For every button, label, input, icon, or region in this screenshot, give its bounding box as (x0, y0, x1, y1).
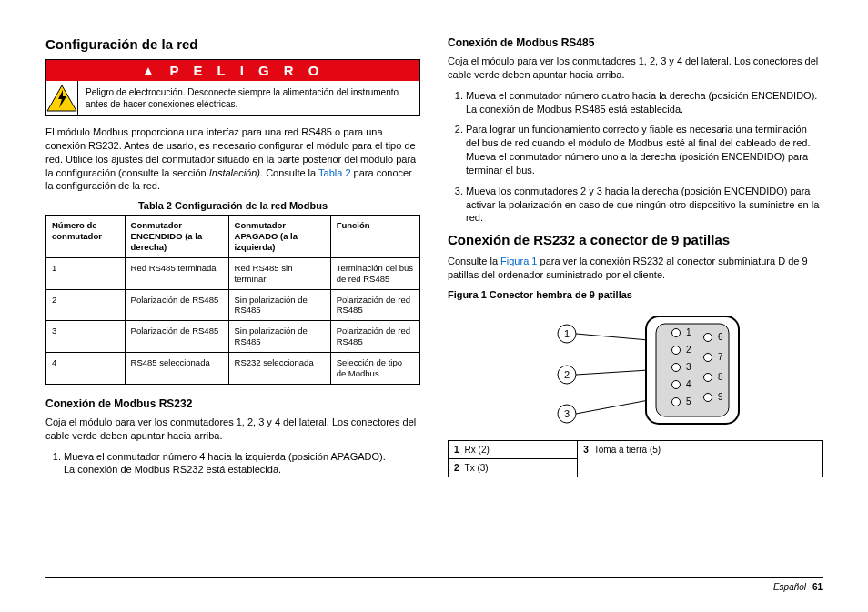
svg-text:3: 3 (564, 408, 570, 419)
intro-paragraph: El módulo Modbus proporciona una interfa… (45, 125, 420, 193)
list-item: Para lograr un funcionamiento correcto y… (466, 123, 823, 176)
electrocution-hazard-icon (46, 81, 78, 115)
nine-pin-paragraph: Consulte la Figura 1 para ver la conexió… (448, 255, 823, 282)
pin-row: 3Toma a tierra (5) (578, 440, 823, 477)
rs232-steps: Mueva el conmutador número 4 hacia la iz… (45, 450, 420, 477)
th-switch-number: Número de conmutador (46, 216, 126, 258)
connector-figure: 1 2 3 6 7 8 9 1 2 3 (448, 311, 823, 429)
svg-line-8 (576, 370, 649, 375)
table-row: 2Polarización de RS485Sin polarización d… (46, 289, 420, 321)
th-off: Conmutador APAGADO (a la izquierda) (228, 216, 330, 258)
danger-title: P E L I G R O (170, 63, 325, 78)
table-caption: Tabla 2 Configuración de la red Modbus (45, 200, 420, 211)
figure-caption: Figura 1 Conector hembra de 9 patillas (448, 289, 823, 300)
svg-text:8: 8 (718, 372, 723, 382)
svg-line-9 (576, 400, 649, 414)
svg-text:9: 9 (718, 392, 723, 402)
rs485-paragraph: Coja el módulo para ver los conmutadores… (448, 55, 823, 82)
danger-header: ▲ P E L I G R O (46, 60, 419, 81)
section-heading: Configuración de la red (45, 36, 420, 52)
svg-point-22 (672, 346, 681, 354)
table-row: 4RS485 seleccionadaRS232 seleccionadaSel… (46, 353, 420, 385)
footer-page-number: 61 (812, 582, 823, 592)
pin-table: 1Rx (2) 3Toma a tierra (5) 2Tx (3) (448, 440, 823, 477)
danger-text: Peligro de electrocución. Desconecte sie… (78, 81, 419, 115)
th-on: Conmutador ENCENDIDO (a la derecha) (125, 216, 228, 258)
svg-text:4: 4 (686, 379, 691, 389)
pin-row: 1Rx (2) (449, 440, 578, 458)
nine-pin-heading: Conexión de RS232 a conector de 9 patill… (448, 232, 823, 247)
svg-point-26 (672, 380, 681, 388)
svg-point-20 (672, 328, 681, 336)
list-item: Mueva el conmutador número cuatro hacia … (466, 89, 823, 116)
page-footer: Español 61 (45, 577, 823, 592)
svg-text:1: 1 (564, 328, 570, 339)
svg-text:5: 5 (686, 396, 691, 406)
right-column: Conexión de Modbus RS485 Coja el módulo … (448, 36, 823, 559)
list-item: Mueva el conmutador número 4 hacia la iz… (64, 450, 420, 477)
svg-text:3: 3 (686, 362, 691, 372)
figure-1-link[interactable]: Figura 1 (500, 256, 537, 266)
th-function: Función (330, 216, 419, 258)
left-column: Configuración de la red ▲ P E L I G R O … (45, 36, 420, 559)
rs485-subheading: Conexión de Modbus RS485 (448, 36, 823, 49)
list-item: Mueva los conmutadores 2 y 3 hacia la de… (466, 185, 823, 226)
config-table: Número de conmutador Conmutador ENCENDID… (45, 215, 420, 385)
svg-text:2: 2 (686, 345, 691, 355)
table-2-link[interactable]: Tabla 2 (318, 167, 350, 178)
svg-point-16 (704, 373, 712, 381)
rs232-paragraph: Coja el módulo para ver los conmutadores… (45, 416, 420, 443)
svg-text:7: 7 (718, 352, 723, 362)
footer-language: Español (773, 582, 806, 592)
table-row: 1Red RS485 terminadaRed RS485 sin termin… (46, 257, 420, 289)
table-row: 3Polarización de RS485Sin polarización d… (46, 321, 420, 353)
svg-point-14 (704, 353, 712, 361)
svg-text:2: 2 (564, 369, 570, 380)
svg-point-28 (672, 397, 681, 406)
svg-point-12 (704, 333, 712, 341)
pin-row: 2Tx (3) (449, 458, 578, 477)
svg-point-18 (704, 393, 712, 401)
svg-line-7 (576, 334, 649, 340)
danger-box: ▲ P E L I G R O Peligro de electrocución… (45, 59, 420, 116)
warning-triangle-icon: ▲ (141, 63, 160, 78)
db9-connector-icon: 1 2 3 6 7 8 9 1 2 3 (512, 311, 758, 429)
svg-text:6: 6 (718, 332, 723, 342)
svg-point-24 (672, 363, 681, 371)
svg-text:1: 1 (686, 327, 691, 337)
rs485-steps: Mueva el conmutador número cuatro hacia … (448, 89, 823, 226)
rs232-subheading: Conexión de Modbus RS232 (45, 397, 420, 410)
